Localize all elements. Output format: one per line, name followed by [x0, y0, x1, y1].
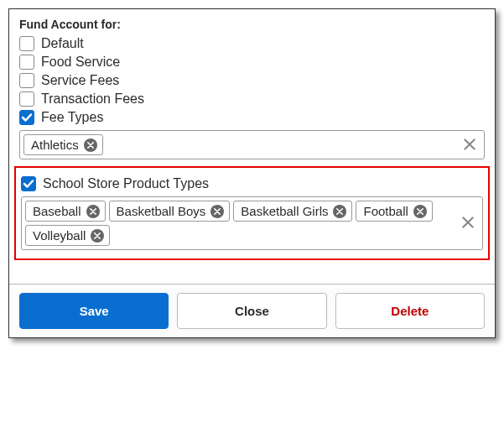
tag-remove-icon[interactable] [210, 205, 224, 218]
store-types-taginput[interactable]: Baseball Basketball Boys Basketball Girl… [21, 196, 483, 250]
checkbox-food-service-label: Food Service [41, 55, 120, 70]
fee-types-taginput[interactable]: Athletics [19, 130, 485, 159]
tag: Football [356, 201, 432, 222]
tag-label: Baseball [33, 204, 81, 218]
check-row-food-service: Food Service [19, 55, 485, 70]
tag-remove-icon[interactable] [86, 205, 100, 218]
store-types-highlight: School Store Product Types Baseball Bask… [14, 166, 490, 260]
section-header: Fund Account for: [19, 18, 485, 31]
tag: Athletics [23, 134, 103, 155]
checkbox-food-service[interactable] [19, 55, 34, 70]
button-bar: Save Close Delete [9, 284, 495, 337]
checkbox-service-fees[interactable] [19, 73, 34, 88]
tag: Volleyball [25, 225, 110, 246]
checkbox-default[interactable] [19, 36, 34, 51]
check-row-default: Default [19, 36, 485, 51]
checkbox-fee-types[interactable] [19, 110, 34, 125]
checkbox-transaction-fees-label: Transaction Fees [41, 91, 144, 107]
clear-all-icon[interactable] [459, 212, 477, 234]
delete-button[interactable]: Delete [335, 293, 485, 329]
tag: Baseball [25, 201, 106, 222]
tag-remove-icon[interactable] [333, 205, 346, 218]
tag-remove-icon[interactable] [91, 229, 104, 243]
close-button[interactable]: Close [177, 293, 326, 329]
tag-label: Athletics [31, 138, 79, 152]
tag: Basketball Boys [109, 201, 231, 222]
checkbox-store-types-label: School Store Product Types [43, 176, 209, 191]
tag-label: Football [363, 204, 408, 218]
check-row-store-types: School Store Product Types [21, 176, 483, 191]
tag-label: Basketball Boys [117, 204, 206, 218]
tag-label: Basketball Girls [241, 204, 328, 218]
checkbox-store-types[interactable] [21, 176, 36, 191]
save-button[interactable]: Save [19, 293, 169, 329]
checkbox-transaction-fees[interactable] [19, 91, 34, 107]
checkbox-default-label: Default [41, 36, 84, 51]
checkbox-fee-types-label: Fee Types [41, 110, 103, 125]
tag-label: Volleyball [33, 228, 86, 243]
tag-remove-icon[interactable] [413, 205, 427, 218]
tag-remove-icon[interactable] [84, 138, 97, 152]
check-row-transaction-fees: Transaction Fees [19, 91, 485, 107]
checkbox-service-fees-label: Service Fees [41, 73, 119, 88]
clear-all-icon[interactable] [460, 134, 479, 156]
fund-account-dialog: Fund Account for: Default Food Service S… [8, 8, 496, 338]
check-row-fee-types: Fee Types [19, 110, 485, 125]
check-row-service-fees: Service Fees [19, 73, 485, 88]
tag: Basketball Girls [233, 201, 352, 222]
